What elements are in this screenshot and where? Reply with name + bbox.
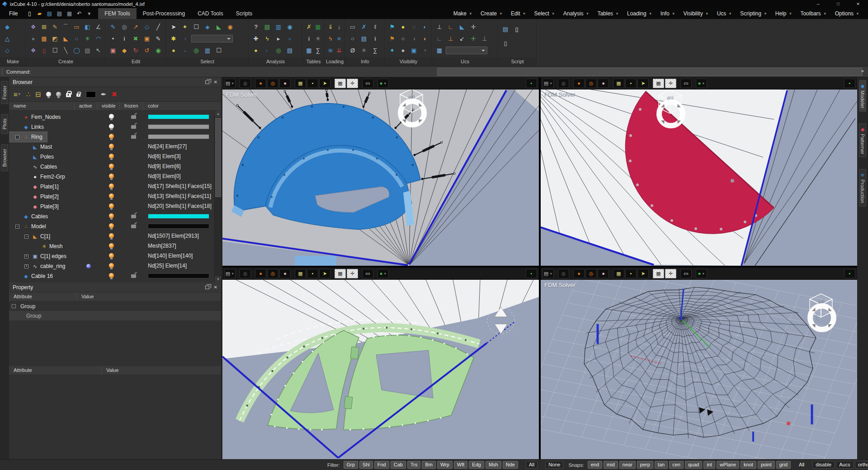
vis-gray-icon[interactable]: ● [398, 46, 408, 55]
snap-end[interactable]: end [588, 461, 602, 469]
make-wireframe-icon[interactable]: △ [2, 34, 12, 43]
vis-off-icon[interactable]: ○ [398, 34, 408, 43]
maximize-button[interactable]: □ [828, 0, 848, 8]
menu-tables[interactable]: Tables▼ [593, 10, 623, 17]
shade-off-button[interactable]: ◍ [240, 269, 251, 278]
select-table-icon[interactable]: ▥ [203, 46, 212, 55]
visible-bulb-icon[interactable] [109, 134, 114, 139]
toggle-disable[interactable]: disable [812, 461, 835, 469]
snap-wplane[interactable]: wPlane [717, 461, 739, 469]
light-target-button[interactable]: ➤ [319, 79, 330, 88]
select-pointer-icon[interactable]: ➤ [169, 23, 179, 32]
property-row[interactable]: Group [9, 311, 221, 320]
ucs-cross2-icon[interactable]: ✛ [468, 34, 478, 43]
select-box2-icon[interactable]: ☐ [214, 46, 224, 55]
light-button[interactable]: • [307, 269, 318, 278]
menu-options[interactable]: Options▼ [831, 10, 863, 17]
create-patch-icon[interactable]: ◩ [50, 34, 60, 43]
edit-undo-icon[interactable]: ↺ [142, 46, 152, 55]
create-blob-icon[interactable]: ❖ [28, 46, 38, 55]
filter-trs[interactable]: Trs [407, 461, 420, 469]
render-button[interactable]: ●▼ [696, 79, 707, 88]
shade-torus-button[interactable]: ◎ [267, 79, 278, 88]
tree-row[interactable]: −∴Model [9, 221, 221, 231]
visible-bulb-icon[interactable] [109, 164, 114, 169]
frozen-icon[interactable] [131, 274, 136, 278]
viewport-active-icon[interactable]: ▪ [526, 269, 537, 278]
edit-draw-icon[interactable]: ✎ [108, 23, 118, 32]
viewport-active-icon[interactable]: ▪ [844, 79, 855, 88]
shade-soft-button[interactable]: ● [279, 269, 291, 278]
tables-sum-icon[interactable]: ∑ [314, 46, 322, 55]
expand-icon[interactable]: + [24, 254, 28, 258]
clip-button[interactable]: ▭ [680, 269, 692, 278]
paint-icon[interactable]: ✒ [101, 90, 107, 99]
create-angle-icon[interactable]: ∠ [94, 23, 103, 32]
edit-plate-icon[interactable]: ▣ [108, 46, 118, 55]
color-swatch-icon[interactable] [86, 91, 96, 98]
tree-row[interactable]: −∴Ring [9, 132, 221, 142]
tree-row-name[interactable]: ◆Links [9, 122, 48, 132]
create-frame-icon[interactable]: ▭ [72, 23, 81, 32]
viewport-top-right[interactable]: ▤▼◍●◎●▦•➤▦✛▭●▼▪TopFDM Solver [541, 77, 857, 266]
light-button[interactable]: • [625, 269, 637, 278]
shade-solid-button[interactable]: ● [255, 269, 266, 278]
create-line-icon[interactable]: ╲ [61, 46, 71, 55]
background-button[interactable]: ▦ [295, 269, 306, 278]
tree-row-name[interactable]: −∴Ring [9, 132, 47, 142]
clip-button[interactable]: ▭ [362, 269, 373, 278]
filter-fnd[interactable]: Fnd [374, 461, 389, 469]
analysis-target-icon[interactable]: ◎ [274, 46, 283, 55]
filter-none[interactable]: None [545, 461, 563, 469]
layer-color-bar[interactable] [148, 214, 209, 219]
remove-group-icon[interactable]: ⊟ [35, 90, 41, 99]
property-row[interactable]: −Group [9, 301, 221, 311]
background-button[interactable]: ▦ [613, 79, 624, 88]
light-button[interactable]: • [625, 79, 637, 88]
edit-dot-icon[interactable]: • [108, 34, 118, 43]
ucs-tri-icon[interactable]: ◣ [457, 23, 467, 32]
tree-row-name[interactable]: +∿cable_ring [9, 261, 70, 271]
script-save-icon[interactable]: ▤ [500, 25, 510, 34]
frozen-icon[interactable] [131, 225, 136, 228]
layer-color-bar[interactable] [148, 224, 209, 229]
edit-info-icon[interactable]: i [119, 34, 129, 43]
create-clip-icon[interactable]: ▧ [83, 46, 92, 55]
menu-create[interactable]: Create▼ [476, 10, 507, 17]
snap-perp[interactable]: perp [637, 461, 653, 469]
grid-toggle-button[interactable]: ▦ [653, 269, 664, 278]
close-panel-icon[interactable]: ✕ [214, 80, 217, 84]
info-gear-icon[interactable]: ✳ [359, 46, 369, 55]
expand-icon[interactable]: + [24, 264, 28, 268]
analysis-balls-icon[interactable]: ● [251, 46, 261, 55]
vis-ghost-icon[interactable]: ◌ [409, 23, 419, 32]
tree-row-name[interactable]: ◆Plate[2] [9, 192, 63, 202]
column-header-name[interactable]: name [9, 102, 75, 110]
visible-bulb-icon[interactable] [109, 154, 114, 159]
render-button[interactable]: ●▼ [377, 79, 389, 88]
tree-row[interactable]: ✳MeshMesh[2837] [9, 241, 221, 251]
viewport-top-left[interactable]: ▤▼◍●◎●▦•➤▦✛▭●▼▪TopFDM Solver [222, 77, 539, 266]
light-target-button[interactable]: ➤ [637, 79, 649, 88]
create-grid-icon[interactable]: ▦ [39, 34, 49, 43]
tree-row[interactable]: ◣MastNd[24] Elem[27] [9, 142, 221, 152]
analysis-table-icon[interactable]: ▤ [262, 23, 272, 32]
save-icon[interactable]: ▤ [45, 10, 54, 17]
vis-half-icon[interactable]: ◗ [420, 23, 429, 32]
visible-bulb-icon[interactable] [109, 213, 114, 218]
info-diameter-icon[interactable]: Ø [348, 46, 358, 55]
command-input[interactable] [437, 68, 863, 76]
vis-half2-icon[interactable]: ◖ [420, 34, 429, 43]
ucs-dir-icon[interactable]: ↙ [457, 34, 467, 43]
background-button[interactable]: ▦ [613, 269, 624, 278]
visible-bulb-icon[interactable] [109, 273, 114, 278]
tables-info-icon[interactable]: i [305, 34, 313, 43]
filter-edg[interactable]: Edg [469, 461, 484, 469]
shade-solid-button[interactable]: ● [255, 79, 266, 88]
minimize-button[interactable]: ─ [808, 0, 828, 8]
menu-scripting[interactable]: Scripting▼ [736, 10, 771, 17]
shade-soft-button[interactable]: ● [598, 79, 609, 88]
ucs-cross-icon[interactable]: ✛ [468, 23, 478, 32]
snap-cen[interactable]: cen [669, 461, 684, 469]
tree-row-name[interactable]: ◣Mast [9, 142, 57, 152]
